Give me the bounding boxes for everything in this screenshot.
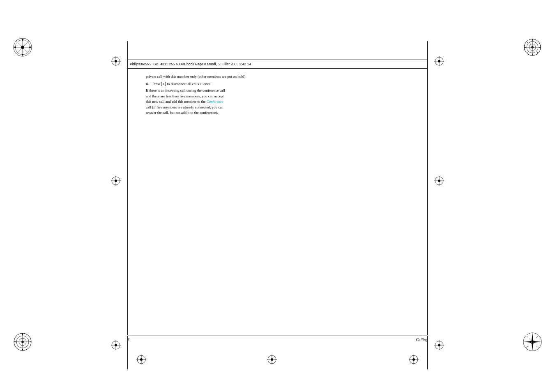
footer-section-title: Calling [416, 338, 428, 342]
mid-reg-mark-left [110, 175, 122, 187]
deco-compass-bottomleft [12, 332, 33, 352]
svg-point-8 [22, 54, 23, 55]
header-reg-mark-right [433, 55, 445, 67]
conference-link: Conference [207, 99, 223, 104]
left-border-line [127, 41, 128, 369]
svg-marker-37 [532, 342, 533, 351]
right-border-line [427, 41, 428, 369]
svg-point-7 [22, 39, 23, 41]
svg-point-42 [532, 341, 533, 343]
bottom-center-reg-mark-2 [266, 354, 278, 365]
deco-compass-bottomright [522, 332, 543, 352]
bottom-reg-mark-right [433, 339, 445, 351]
svg-marker-39 [532, 341, 541, 343]
svg-marker-38 [523, 341, 532, 343]
list-num-4: 4. [146, 81, 151, 87]
content-text: private call with this member only (othe… [146, 74, 409, 116]
deco-compass-topleft [12, 37, 33, 58]
deco-compass-topright [522, 37, 543, 58]
mid-reg-mark-right [433, 175, 445, 187]
header-text: Philips362-V2_GB_4311 255 63391.book Pag… [130, 62, 251, 66]
svg-line-44 [537, 336, 539, 338]
bottom-center-reg-mark-1 [136, 354, 147, 365]
paragraph-continuation: private call with this member only (othe… [146, 74, 409, 80]
svg-line-46 [537, 346, 539, 348]
footer-page-number: 8 [127, 338, 129, 342]
svg-line-23 [527, 52, 528, 53]
svg-line-43 [526, 336, 528, 338]
svg-marker-36 [532, 333, 533, 342]
svg-line-21 [527, 42, 528, 43]
header-bar: Philips362-V2_GB_4311 255 63391.book Pag… [127, 60, 428, 69]
key-star-icon: ✳ [161, 82, 166, 86]
svg-point-9 [14, 46, 16, 48]
bottom-center-reg-mark-3 [408, 354, 419, 365]
list-text-4: Press ✳ to disconnect all calls at once. [152, 81, 211, 87]
svg-line-45 [526, 346, 528, 348]
paragraph-conference: If there is an incoming call during the … [146, 88, 409, 116]
header-reg-mark-left [110, 55, 122, 67]
list-item-4: 4. Press ✳ to disconnect all calls at on… [146, 81, 409, 87]
page-container: Philips362-V2_GB_4311 255 63391.book Pag… [0, 0, 555, 392]
svg-line-22 [537, 42, 538, 43]
content-area: private call with this member only (othe… [146, 74, 409, 118]
svg-point-10 [29, 46, 31, 48]
svg-line-24 [537, 52, 538, 53]
footer-area: 8 Calling [127, 335, 428, 344]
bottom-reg-mark-left [110, 339, 122, 351]
